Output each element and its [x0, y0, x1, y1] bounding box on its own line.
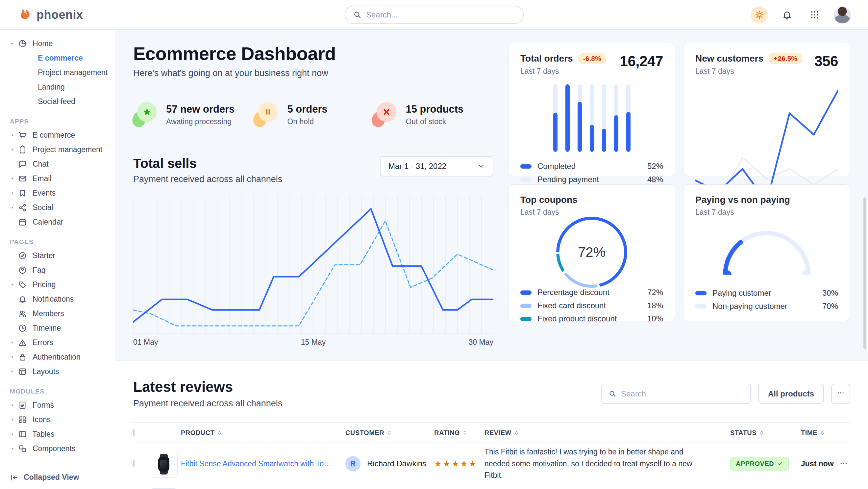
sidebar-item-timeline[interactable]: Timeline	[0, 321, 115, 335]
column-header-review[interactable]: REVIEW	[485, 429, 730, 437]
sidebar-subitem-landing[interactable]: Landing	[0, 80, 115, 94]
sidebar-item-project-management[interactable]: Project management	[0, 142, 115, 157]
sidebar-item-pricing[interactable]: Pricing	[0, 277, 115, 292]
page-scrollbar[interactable]	[863, 198, 866, 349]
sort-icon	[759, 430, 764, 435]
column-header-rating[interactable]: RATING	[434, 429, 485, 437]
select-all-checkbox[interactable]	[133, 429, 134, 436]
apps-grid-button[interactable]	[806, 6, 823, 23]
order-bar	[602, 84, 606, 152]
sidebar-item-members[interactable]: Members	[0, 306, 115, 321]
customer-avatar[interactable]: R	[345, 456, 361, 471]
total-sells-x-axis: 01 May 15 May 30 May	[133, 338, 493, 347]
sidebar-item-layouts[interactable]: Layouts	[0, 364, 115, 379]
sidebar: HomeE commerceProject managementLandingS…	[0, 30, 115, 489]
sidebar-item-e-commerce[interactable]: E commerce	[0, 128, 115, 142]
order-bar	[590, 84, 594, 152]
column-header-time[interactable]: TIME	[801, 429, 837, 437]
sidebar-item-home[interactable]: Home	[0, 36, 115, 51]
warning-icon	[18, 338, 27, 347]
date-range-select[interactable]: Mar 1 - 31, 2022	[380, 156, 493, 176]
row-menu-button[interactable]	[837, 457, 850, 470]
order-bar-fill	[614, 115, 618, 152]
success-blob	[133, 102, 157, 127]
warning-blob	[254, 102, 278, 127]
row-customer-cell: RRichard Dawkins	[345, 456, 434, 471]
sidebar-item-events[interactable]: Events	[0, 186, 115, 200]
sidebar-item-authentication[interactable]: Authentication	[0, 350, 115, 364]
sidebar-item-faq[interactable]: Faq	[0, 263, 115, 277]
sidebar-subitem-social-feed[interactable]: Social feed	[0, 94, 115, 109]
theme-toggle-button[interactable]	[751, 6, 768, 23]
column-header-status[interactable]: STATUS	[730, 429, 801, 437]
caret-right-icon	[10, 432, 15, 437]
sidebar-item-label: E commerce	[33, 131, 75, 140]
sidebar-item-icons[interactable]: Icons	[0, 412, 115, 427]
stat-danger: 15 productsOut of stock	[373, 102, 471, 127]
sidebar-item-label: Notifications	[33, 295, 74, 304]
row-image-cell	[150, 450, 181, 478]
legend-row: Paying customer30%	[695, 288, 838, 298]
reviews-table-header: PRODUCTCUSTOMERRATINGREVIEWSTATUSTIME	[133, 423, 850, 443]
reviews-search[interactable]	[601, 384, 751, 404]
sort-icon	[820, 430, 825, 435]
sidebar-item-calendar[interactable]: Calendar	[0, 215, 115, 229]
sidebar-item-errors[interactable]: Errors	[0, 335, 115, 350]
reviews-search-input[interactable]	[621, 389, 744, 398]
product-link[interactable]: Fitbit Sense Advanced Smartwatch with To…	[181, 459, 345, 468]
notifications-button[interactable]	[778, 6, 796, 23]
new-customers-card: New customers +26.5% Last 7 days 356 01 …	[683, 43, 850, 176]
caret-right-icon	[10, 176, 15, 181]
sidebar-item-tables[interactable]: Tables	[0, 427, 115, 441]
page-subtitle: Here's what's going on at your business …	[133, 68, 493, 78]
smartwatch-product-image[interactable]	[150, 450, 178, 478]
user-avatar[interactable]	[834, 6, 851, 23]
caret-right-icon	[10, 446, 17, 451]
legend-label: Non-paying customer	[712, 301, 787, 311]
column-header-customer[interactable]: CUSTOMER	[345, 429, 434, 437]
reviews-more-button[interactable]	[831, 384, 850, 404]
sidebar-item-social[interactable]: Social	[0, 200, 115, 215]
total-sells-title: Total sells	[133, 156, 282, 171]
sidebar-item-notifications[interactable]: Notifications	[0, 292, 115, 306]
sidebar-subitem-e-commerce[interactable]: E commerce	[0, 51, 115, 65]
sidebar-item-starter[interactable]: Starter	[0, 248, 115, 263]
star-icon: ★	[469, 459, 477, 468]
sidebar-item-chat[interactable]: Chat	[0, 157, 115, 171]
sidebar-item-forms[interactable]: Forms	[0, 398, 115, 412]
sidebar-group-title: APPS	[10, 118, 115, 125]
sidebar-item-label: Email	[33, 174, 52, 183]
legend-label: Completed	[537, 162, 576, 171]
sidebar-item-email[interactable]: Email	[0, 171, 115, 186]
sidebar-item-label: Members	[33, 309, 64, 318]
x-icon	[382, 107, 391, 117]
column-header-product[interactable]: PRODUCT	[181, 429, 345, 437]
brand-logo[interactable]: phoenix	[18, 8, 83, 22]
caret-right-icon	[10, 133, 17, 138]
legend-value: 52%	[647, 162, 663, 171]
stat-warning: 5 ordersOn hold	[254, 102, 353, 127]
caret-right-icon	[10, 133, 15, 138]
collapse-view-button[interactable]: Collapsed View	[10, 473, 79, 482]
status-badge: APPROVED	[730, 457, 789, 470]
global-search[interactable]	[344, 6, 524, 24]
search-icon	[609, 390, 616, 398]
sidebar-item-label: Home	[33, 39, 53, 48]
caret-right-icon	[10, 282, 17, 287]
card-title: Top coupons	[520, 195, 578, 205]
caret-right-icon	[10, 403, 15, 408]
trend-badge: +26.5%	[769, 53, 802, 64]
legend-swatch	[520, 290, 531, 295]
row-checkbox[interactable]	[133, 460, 134, 467]
date-range-value: Mar 1 - 31, 2022	[389, 162, 446, 171]
stat-caption: On hold	[287, 117, 327, 126]
global-search-input[interactable]	[366, 10, 515, 20]
legend-swatch	[695, 291, 707, 295]
all-products-button[interactable]: All products	[758, 384, 824, 404]
row-product-cell: Fitbit Sense Advanced Smartwatch with To…	[181, 459, 345, 468]
legend-value: 72%	[647, 288, 663, 297]
sidebar-item-components[interactable]: Components	[0, 441, 115, 456]
sidebar-subitem-project-management[interactable]: Project management	[0, 65, 115, 80]
table-row: Fitbit Sense Advanced Smartwatch with To…	[133, 443, 850, 485]
caret-right-icon	[10, 403, 17, 408]
